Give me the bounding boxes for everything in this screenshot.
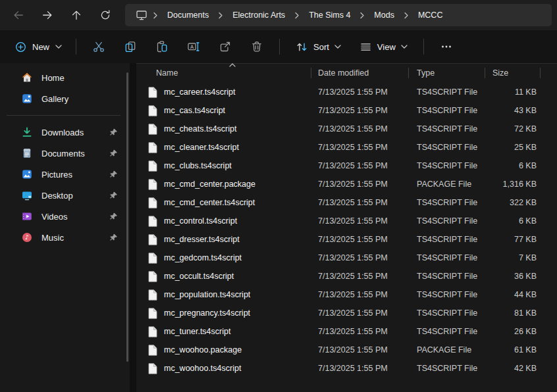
sidebar-item-videos[interactable]: Videos <box>3 206 127 227</box>
breadcrumb-item-label: MCCC <box>410 11 451 20</box>
file-row[interactable]: mc_woohoo.ts4script 7/13/2025 1:55 PM TS… <box>136 359 557 378</box>
sidebar-scrollbar[interactable] <box>126 72 128 362</box>
file-icon <box>148 216 157 227</box>
file-type: TS4SCRIPT File <box>409 106 485 115</box>
copy-button[interactable] <box>116 34 145 59</box>
sidebar-item-gallery[interactable]: Gallery <box>3 88 127 109</box>
file-date-modified: 7/13/2025 1:55 PM <box>311 327 409 336</box>
column-header-size[interactable]: Size <box>485 64 541 82</box>
pin-indicator <box>109 128 118 137</box>
sidebar-item-label: Home <box>41 73 65 83</box>
sort-button[interactable]: Sort <box>289 36 348 59</box>
file-row[interactable]: mc_cheats.ts4script 7/13/2025 1:55 PM TS… <box>136 120 557 138</box>
file-row[interactable]: mc_tuner.ts4script 7/13/2025 1:55 PM TS4… <box>136 322 557 341</box>
sort-icon <box>296 41 308 53</box>
file-row[interactable]: mc_cmd_center.package 7/13/2025 1:55 PM … <box>136 175 557 193</box>
file-row[interactable]: mc_woohoo.package 7/13/2025 1:55 PM PACK… <box>136 341 557 359</box>
sidebar-item-desktop[interactable]: Desktop <box>3 185 127 206</box>
file-name: mc_woohoo.ts4script <box>164 364 241 373</box>
cut-button[interactable] <box>84 34 113 59</box>
address-bar[interactable]: Documents Electronic Arts The Sims 4 Mod… <box>125 4 552 26</box>
file-row[interactable]: mc_clubs.ts4script 7/13/2025 1:55 PM TS4… <box>136 157 557 175</box>
videos-icon <box>21 210 33 222</box>
paste-icon <box>155 40 169 53</box>
chevron-right-icon <box>218 12 223 19</box>
file-row[interactable]: mc_dresser.ts4script 7/13/2025 1:55 PM T… <box>136 230 557 249</box>
file-size: 44 KB <box>485 290 541 299</box>
chevron-right-icon <box>404 12 409 19</box>
sidebar-item-pictures[interactable]: Pictures <box>3 164 127 185</box>
file-name-cell: mc_cleaner.ts4script <box>136 142 311 153</box>
home-icon <box>21 72 33 84</box>
file-name: mc_population.ts4script <box>164 290 250 299</box>
breadcrumb-item[interactable]: Electronic Arts <box>225 4 293 26</box>
sidebar-item-home[interactable]: Home <box>3 67 127 88</box>
file-row[interactable]: mc_career.ts4script 7/13/2025 1:55 PM TS… <box>136 83 557 101</box>
file-row[interactable]: mc_gedcom.ts4script 7/13/2025 1:55 PM TS… <box>136 249 557 267</box>
file-name-cell: mc_population.ts4script <box>136 289 311 301</box>
pin-indicator <box>109 191 118 200</box>
see-more-button[interactable] <box>432 34 461 59</box>
breadcrumb-separator <box>402 12 410 19</box>
file-date-modified: 7/13/2025 1:55 PM <box>311 87 409 97</box>
file-icon <box>148 87 157 98</box>
file-date-modified: 7/13/2025 1:55 PM <box>311 161 409 170</box>
file-name: mc_dresser.ts4script <box>164 235 240 244</box>
sidebar-item-documents[interactable]: Documents <box>3 143 127 164</box>
column-header-type[interactable]: Type <box>409 64 485 82</box>
file-date-modified: 7/13/2025 1:55 PM <box>311 290 409 299</box>
file-size: 36 KB <box>485 272 541 281</box>
breadcrumb-separator <box>217 12 225 19</box>
file-type: PACKAGE File <box>409 345 485 355</box>
file-size: 322 KB <box>485 198 541 207</box>
file-size: 43 KB <box>485 106 541 115</box>
file-name-cell: mc_woohoo.ts4script <box>136 363 311 374</box>
file-type: TS4SCRIPT File <box>409 308 485 318</box>
file-row[interactable]: mc_pregnancy.ts4script 7/13/2025 1:55 PM… <box>136 304 557 322</box>
file-name-cell: mc_cmd_center.package <box>136 179 311 190</box>
file-size: 25 KB <box>485 143 541 152</box>
forward-button[interactable] <box>33 3 62 27</box>
file-name: mc_cleaner.ts4script <box>164 143 239 152</box>
breadcrumb-item[interactable]: Mods <box>366 4 402 26</box>
downloads-icon <box>21 126 33 138</box>
view-button[interactable]: View <box>353 36 414 59</box>
pictures-icon <box>21 168 33 180</box>
file-date-modified: 7/13/2025 1:55 PM <box>311 198 409 207</box>
file-row[interactable]: mc_population.ts4script 7/13/2025 1:55 P… <box>136 285 557 304</box>
file-row[interactable]: mc_cmd_center.ts4script 7/13/2025 1:55 P… <box>136 193 557 212</box>
file-name: mc_cmd_center.package <box>164 180 255 189</box>
share-button[interactable] <box>211 34 240 59</box>
rename-icon: A <box>187 40 200 53</box>
up-button[interactable] <box>62 3 91 27</box>
rename-button[interactable]: A <box>179 34 208 59</box>
up-arrow-icon <box>70 9 82 21</box>
sidebar-splitter[interactable] <box>130 63 136 392</box>
pin-indicator <box>109 149 118 158</box>
file-row[interactable]: mc_cas.ts4script 7/13/2025 1:55 PM TS4SC… <box>136 101 557 120</box>
file-name-cell: mc_woohoo.package <box>136 345 311 356</box>
column-header-date-modified[interactable]: Date modified <box>311 64 409 82</box>
breadcrumb-item[interactable]: Documents <box>159 4 217 26</box>
sidebar-item-music[interactable]: ♪ Music <box>3 227 127 248</box>
new-button[interactable]: New <box>8 37 69 57</box>
file-icon <box>148 253 157 264</box>
view-list-icon <box>359 41 372 53</box>
sidebar-item-downloads[interactable]: Downloads <box>3 122 127 143</box>
column-header-name[interactable]: Name <box>136 64 311 82</box>
breadcrumb-item[interactable]: The Sims 4 <box>301 4 358 26</box>
content-area: Home Gallery Downloads Documents <box>0 63 557 392</box>
file-row[interactable]: mc_occult.ts4script 7/13/2025 1:55 PM TS… <box>136 267 557 285</box>
delete-button[interactable] <box>242 34 271 59</box>
sidebar-item-label: Pictures <box>41 170 72 180</box>
file-size: 61 KB <box>485 345 541 355</box>
file-name: mc_pregnancy.ts4script <box>164 308 250 318</box>
file-row[interactable]: mc_control.ts4script 7/13/2025 1:55 PM T… <box>136 212 557 230</box>
file-type: TS4SCRIPT File <box>409 216 485 226</box>
paste-button[interactable] <box>147 34 176 59</box>
file-row[interactable]: mc_cleaner.ts4script 7/13/2025 1:55 PM T… <box>136 138 557 157</box>
new-button-label: New <box>32 42 49 52</box>
refresh-button[interactable] <box>91 3 120 27</box>
breadcrumb-item[interactable]: MCCC <box>410 4 451 26</box>
back-button[interactable] <box>4 3 33 27</box>
